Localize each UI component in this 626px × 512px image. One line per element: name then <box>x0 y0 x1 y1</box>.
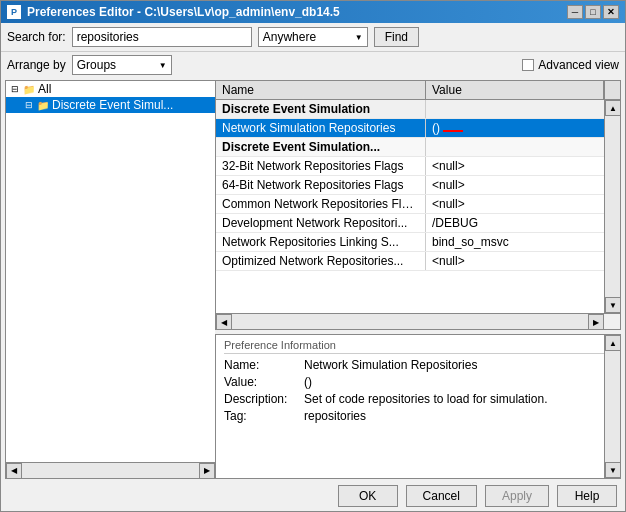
tree-item-des[interactable]: ⊟ 📁 Discrete Event Simul... <box>6 97 215 113</box>
table-row[interactable]: Discrete Event Simulation... <box>216 138 604 157</box>
right-panel: Name Value Discrete Event Simulation Net… <box>215 80 621 479</box>
find-button[interactable]: Find <box>374 27 419 47</box>
title-controls: ─ □ ✕ <box>567 5 619 19</box>
row3-value: <null> <box>426 157 604 175</box>
info-vscroll-up-btn[interactable]: ▲ <box>605 335 621 351</box>
table-row[interactable]: 64-Bit Network Repositories Flags <null> <box>216 176 604 195</box>
apply-button[interactable]: Apply <box>485 485 549 507</box>
table-row[interactable]: Optimized Network Repositories... <null> <box>216 252 604 271</box>
info-panel-title: Preference Information <box>224 339 612 354</box>
row5-name: Common Network Repositories Flags <box>216 195 426 213</box>
table-row[interactable]: Network Simulation Repositories () <box>216 119 604 138</box>
search-for-label: Search for: <box>7 30 66 44</box>
search-toolbar: Search for: Anywhere ▼ Find <box>1 23 625 52</box>
window-icon: P <box>7 5 21 19</box>
row3-name: 32-Bit Network Repositories Flags <box>216 157 426 175</box>
folder-icon: 📁 <box>22 82 36 96</box>
info-description-label: Description: <box>224 392 304 406</box>
tree-label-all: All <box>38 82 51 96</box>
row7-value: bind_so_msvc <box>426 233 604 251</box>
info-vscroll-track[interactable] <box>605 351 620 462</box>
window-title: Preferences Editor - C:\Users\Lv\op_admi… <box>27 5 567 19</box>
table-row[interactable]: Development Network Repositori... /DEBUG <box>216 214 604 233</box>
preferences-table: Name Value Discrete Event Simulation Net… <box>215 80 621 330</box>
row4-value: <null> <box>426 176 604 194</box>
table-body: Discrete Event Simulation Network Simula… <box>216 100 604 313</box>
tree-area: ⊟ 📁 All ⊟ 📁 Discrete Event Simul... <box>6 81 215 462</box>
group2-value-cell <box>426 138 604 156</box>
arrange-dropdown-value: Groups <box>77 58 116 72</box>
row-value-cell: () <box>426 119 604 137</box>
table-row[interactable]: Discrete Event Simulation <box>216 100 604 119</box>
advanced-view-toggle[interactable]: Advanced view <box>522 58 619 72</box>
table-row[interactable]: Network Repositories Linking S... bind_s… <box>216 233 604 252</box>
tree-expander-des: ⊟ <box>22 98 36 112</box>
info-value-label: Value: <box>224 375 304 389</box>
search-input[interactable] <box>72 27 252 47</box>
tree-item-all[interactable]: ⊟ 📁 All <box>6 81 215 97</box>
info-name-value: Network Simulation Repositories <box>304 358 612 372</box>
chevron-down-icon: ▼ <box>355 33 363 42</box>
tree-panel: ⊟ 📁 All ⊟ 📁 Discrete Event Simul... ◀ ▶ <box>5 80 215 479</box>
main-window: P Preferences Editor - C:\Users\Lv\op_ad… <box>0 0 626 512</box>
row-name-cell: Network Simulation Repositories <box>216 119 426 137</box>
table-row[interactable]: 32-Bit Network Repositories Flags <null> <box>216 157 604 176</box>
close-button[interactable]: ✕ <box>603 5 619 19</box>
info-description-row: Description: Set of code repositories to… <box>224 392 612 406</box>
ok-button[interactable]: OK <box>338 485 398 507</box>
minimize-button[interactable]: ─ <box>567 5 583 19</box>
info-value-value: () <box>304 375 612 389</box>
info-name-label: Name: <box>224 358 304 372</box>
left-scroll-left-btn[interactable]: ◀ <box>6 463 22 479</box>
name-column-header: Name <box>216 81 426 99</box>
table-row[interactable]: Common Network Repositories Flags <null> <box>216 195 604 214</box>
row-value-text: () <box>432 121 440 135</box>
help-button[interactable]: Help <box>557 485 617 507</box>
tree-expander-all: ⊟ <box>8 82 22 96</box>
row5-value: <null> <box>426 195 604 213</box>
title-bar: P Preferences Editor - C:\Users\Lv\op_ad… <box>1 1 625 23</box>
table-hscroll-right-btn[interactable]: ▶ <box>588 314 604 330</box>
table-vscroll-track[interactable] <box>605 116 620 297</box>
table-header: Name Value <box>216 81 620 100</box>
table-vscroll-down-btn[interactable]: ▼ <box>605 297 620 313</box>
info-name-row: Name: Network Simulation Repositories <box>224 358 612 372</box>
row6-name: Development Network Repositori... <box>216 214 426 232</box>
table-vscroll-up-btn[interactable]: ▲ <box>605 100 620 116</box>
arrange-left: Arrange by Groups ▼ <box>7 55 172 75</box>
table-vscrollbar: ▲ ▼ <box>604 100 620 313</box>
main-content: ⊟ 📁 All ⊟ 📁 Discrete Event Simul... ◀ ▶ <box>1 78 625 481</box>
info-value-row: Value: () <box>224 375 612 389</box>
info-panel: Preference Information Name: Network Sim… <box>215 334 621 479</box>
info-tag-value: repositories <box>304 409 612 423</box>
group2-name-cell: Discrete Event Simulation... <box>216 138 426 156</box>
info-vscrollbar: ▲ ▼ <box>604 335 620 478</box>
cancel-button[interactable]: Cancel <box>406 485 477 507</box>
arrange-by-label: Arrange by <box>7 58 66 72</box>
info-tag-row: Tag: repositories <box>224 409 612 423</box>
group-value-cell <box>426 100 604 118</box>
value-column-header: Value <box>426 81 604 99</box>
advanced-view-checkbox[interactable] <box>522 59 534 71</box>
left-scroll-track[interactable] <box>22 463 199 478</box>
info-vscroll-down-btn[interactable]: ▼ <box>605 462 621 478</box>
tree-label-des: Discrete Event Simul... <box>52 98 173 112</box>
info-tag-label: Tag: <box>224 409 304 423</box>
folder-icon-2: 📁 <box>36 98 50 112</box>
arrange-bar: Arrange by Groups ▼ Advanced view <box>1 52 625 78</box>
group-name-cell: Discrete Event Simulation <box>216 100 426 118</box>
table-hscroll-track[interactable] <box>232 314 588 329</box>
left-scroll-right-btn[interactable]: ▶ <box>199 463 215 479</box>
arrange-dropdown[interactable]: Groups ▼ <box>72 55 172 75</box>
row8-name: Optimized Network Repositories... <box>216 252 426 270</box>
table-hscroll-left-btn[interactable]: ◀ <box>216 314 232 330</box>
restore-button[interactable]: □ <box>585 5 601 19</box>
row4-name: 64-Bit Network Repositories Flags <box>216 176 426 194</box>
location-dropdown[interactable]: Anywhere ▼ <box>258 27 368 47</box>
chevron-down-icon-2: ▼ <box>159 61 167 70</box>
table-hscrollbar: ◀ ▶ <box>216 313 620 329</box>
left-hscrollbar: ◀ ▶ <box>6 462 215 478</box>
info-description-value: Set of code repositories to load for sim… <box>304 392 612 406</box>
advanced-view-label: Advanced view <box>538 58 619 72</box>
bottom-bar: OK Cancel Apply Help <box>1 481 625 511</box>
